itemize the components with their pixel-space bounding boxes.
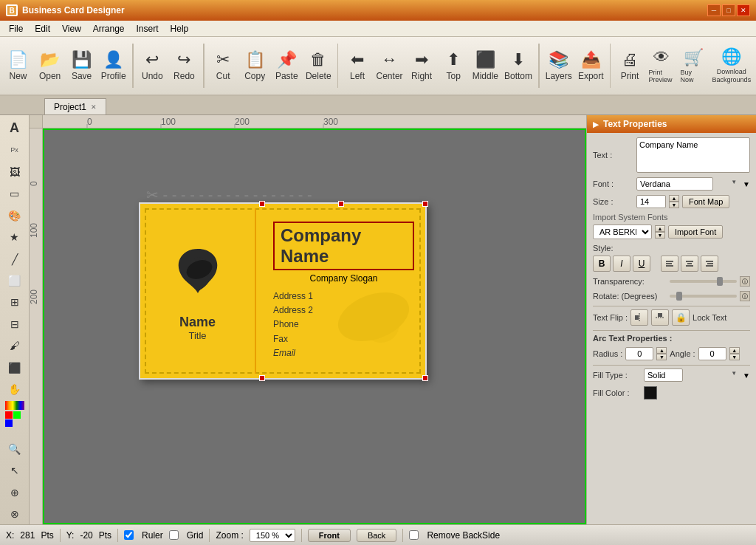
import-up[interactable]: ▲ — [655, 225, 665, 232]
transparency-slider[interactable] — [670, 280, 737, 283]
rotate-indicator[interactable]: ⓘ — [740, 291, 750, 301]
font-row: Font : Verdana Arial Times New Roman ▼ — [593, 177, 750, 191]
undo-button[interactable]: ↩ Undo — [137, 40, 168, 92]
front-button[interactable]: Front — [308, 529, 351, 542]
zoom-tool[interactable]: 🔍 — [4, 439, 26, 459]
middle-align-button[interactable]: ⬛ Middle — [470, 40, 501, 92]
cut-button[interactable]: ✂ Cut — [208, 40, 238, 92]
pointer-tool[interactable]: ↖ — [4, 461, 26, 481]
align-left-button[interactable] — [661, 256, 678, 272]
hand-tool[interactable]: ✋ — [4, 380, 26, 400]
rotate-slider[interactable] — [670, 295, 737, 298]
delete-button[interactable]: 🗑 Delete — [303, 40, 334, 92]
remove-backside-checkbox[interactable] — [409, 530, 419, 540]
left-align-button[interactable]: ⬅ Left — [342, 40, 372, 92]
color-picker-tool[interactable]: 🖌 — [4, 336, 26, 356]
angle-up[interactable]: ▲ — [729, 347, 740, 354]
right-align-button[interactable]: ➡ Right — [407, 40, 437, 92]
angle-input[interactable] — [698, 347, 726, 360]
redo-button[interactable]: ↪ Redo — [169, 40, 199, 92]
print-preview-button[interactable]: 👁 Print Preview — [647, 40, 677, 92]
size-up-button[interactable]: ▲ — [669, 195, 679, 202]
eraser-tool[interactable]: ⬛ — [4, 357, 26, 377]
paste-button[interactable]: 📌 Paste — [272, 40, 302, 92]
import-font-select[interactable]: AR BERKLEY — [593, 224, 652, 239]
text-tool[interactable]: A — [4, 118, 26, 138]
transparency-thumb[interactable] — [717, 277, 723, 286]
layers-button[interactable]: 📚 Layers — [543, 40, 574, 92]
menu-insert[interactable]: Insert — [131, 22, 165, 35]
background-tool[interactable]: 🎨 — [4, 205, 26, 225]
image-tool[interactable]: 🖼 — [4, 162, 26, 182]
print-button[interactable]: 🖨 Print — [614, 40, 645, 92]
back-button[interactable]: Back — [357, 529, 396, 542]
color-red[interactable] — [5, 411, 13, 419]
color-green[interactable] — [13, 411, 21, 419]
crop-tool[interactable]: ⊞ — [4, 292, 26, 312]
rotate-thumb[interactable] — [676, 292, 682, 301]
underline-button[interactable]: U — [633, 256, 650, 272]
flip-h-button[interactable] — [630, 309, 648, 326]
extra-tool-1[interactable]: ⊕ — [4, 482, 26, 502]
fill-type-select[interactable]: Solid Gradient None — [644, 369, 683, 382]
tab-project1[interactable]: Project1 ✕ — [44, 98, 106, 114]
menu-help[interactable]: Help — [165, 22, 195, 35]
star-tool[interactable]: ★ — [4, 227, 26, 247]
grid-tool[interactable]: ⊟ — [4, 314, 26, 334]
grid-checkbox[interactable] — [169, 530, 179, 540]
bottom-align-button[interactable]: ⬇ Bottom — [502, 40, 535, 92]
radius-input[interactable] — [625, 347, 653, 360]
close-button[interactable]: ✕ — [737, 4, 750, 16]
menu-view[interactable]: View — [56, 22, 87, 35]
color-palette — [5, 411, 24, 427]
ruler-checkbox[interactable] — [124, 530, 134, 540]
profile-button[interactable]: 👤 Profile — [98, 40, 128, 92]
save-button[interactable]: 💾 Save — [66, 40, 97, 92]
radius-down[interactable]: ▼ — [656, 354, 667, 360]
top-align-button[interactable]: ⬆ Top — [439, 40, 469, 92]
menu-file[interactable]: File — [3, 22, 29, 35]
download-backgrounds-button[interactable]: 🌐 Download Backgrounds — [710, 40, 754, 92]
align-right-button[interactable] — [701, 256, 718, 272]
center-align-button[interactable]: ↔ Center — [374, 40, 405, 92]
copy-button[interactable]: 📋 Copy — [240, 40, 270, 92]
tab-close-icon[interactable]: ✕ — [91, 103, 97, 111]
card-container[interactable]: ✂ - - - - - - - - - - - - - - - - - Nam — [139, 202, 427, 380]
buy-now-button[interactable]: 🛒 Buy Now — [678, 40, 709, 92]
menu-edit[interactable]: Edit — [29, 22, 56, 35]
size-down-button[interactable]: ▼ — [669, 202, 679, 208]
maximize-button[interactable]: □ — [722, 4, 735, 16]
line-tool[interactable]: ╱ — [4, 249, 26, 269]
zoom-select[interactable]: 150 % 100 % 75 % 50 % — [250, 529, 295, 542]
fill-color-swatch[interactable] — [644, 386, 657, 400]
flip-v-button[interactable] — [651, 309, 669, 326]
copy-label: Copy — [244, 71, 265, 81]
canvas-content[interactable]: ✂ - - - - - - - - - - - - - - - - - Nam — [43, 128, 586, 524]
business-card[interactable]: Name Title Company Name — [139, 202, 427, 380]
align-center-button[interactable] — [681, 256, 698, 272]
size-input[interactable] — [636, 195, 666, 208]
open-button[interactable]: 📂 Open — [35, 40, 65, 92]
card-person-title: Title — [188, 330, 206, 341]
lock-text-flip-button[interactable]: 🔒 — [672, 309, 690, 326]
menu-arrange[interactable]: Arrange — [87, 22, 131, 35]
color-blue[interactable] — [5, 419, 13, 427]
extra-tool-2[interactable]: ⊗ — [4, 504, 26, 524]
radius-up[interactable]: ▲ — [656, 347, 667, 354]
bold-button[interactable]: B — [593, 256, 611, 272]
paste-label: Paste — [275, 71, 298, 81]
font-map-button[interactable]: Font Map — [682, 195, 729, 208]
select-tool[interactable]: ⬜ — [4, 270, 26, 290]
italic-button[interactable]: I — [613, 256, 630, 272]
import-font-button[interactable]: Import Font — [668, 225, 723, 239]
shape-tool[interactable]: ▭ — [4, 183, 26, 203]
text-input[interactable]: Company Name — [636, 137, 750, 173]
transparency-indicator[interactable]: ⓘ — [740, 276, 750, 287]
new-button[interactable]: 📄 New — [3, 40, 33, 92]
font-select[interactable]: Verdana Arial Times New Roman — [636, 177, 713, 191]
selection-bottom — [43, 523, 586, 524]
export-button[interactable]: 📤 Export — [576, 40, 606, 92]
angle-down[interactable]: ▼ — [729, 354, 740, 360]
minimize-button[interactable]: ─ — [707, 4, 721, 16]
import-down[interactable]: ▼ — [655, 232, 665, 239]
